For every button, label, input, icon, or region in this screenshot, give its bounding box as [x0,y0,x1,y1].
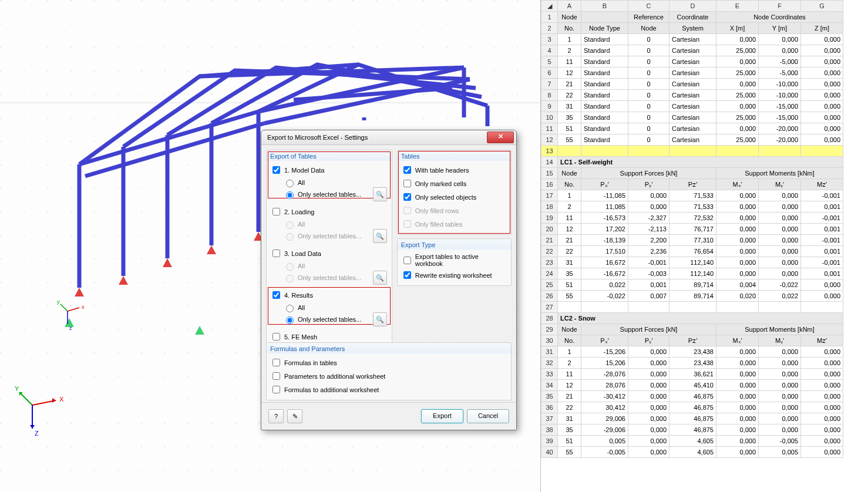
cell[interactable]: 0,022 [759,291,801,302]
cell[interactable]: 0,000 [759,34,801,45]
chk-rewrite[interactable] [403,271,411,279]
row-header[interactable]: 27 [541,302,558,313]
cell[interactable]: 0,000 [759,413,801,424]
cell[interactable]: Standard [581,68,628,79]
cell[interactable]: 0,000 [759,358,801,369]
row-header[interactable]: 15 [541,168,558,179]
cell[interactable]: 0,000 [628,391,669,402]
cell[interactable]: 0,000 [716,391,759,402]
cell[interactable]: 16,672 [581,257,628,268]
cell[interactable]: 0,000 [716,201,759,213]
cell[interactable]: No. [558,335,581,346]
btn-model-browse[interactable]: 🔍 [373,187,387,201]
cell[interactable]: 22 [558,90,581,101]
cell[interactable]: 45,410 [669,380,716,391]
cell[interactable]: -0,005 [759,436,801,447]
cell[interactable]: 29,006 [581,413,628,424]
cell[interactable]: 0 [628,112,669,123]
cell[interactable]: 2 [558,201,581,213]
cell[interactable]: -0,005 [581,447,628,458]
cell[interactable]: 0,004 [716,279,759,291]
cell[interactable]: Pᴢ′ [669,179,716,190]
cell[interactable] [558,302,581,313]
cell[interactable]: 55 [558,134,581,146]
cell[interactable]: Pᵧ′ [628,179,669,190]
cell[interactable]: Z [m] [801,23,843,34]
cell[interactable]: -0,022 [759,279,801,291]
export-button[interactable]: Export [421,409,463,423]
cell[interactable]: 31 [558,101,581,112]
cell[interactable]: 25,000 [716,68,759,79]
row-header[interactable]: 25 [541,279,558,291]
cell[interactable] [628,302,669,313]
cell[interactable]: 0,000 [801,369,843,380]
cell[interactable]: 0,000 [628,201,669,213]
cell[interactable]: 0,000 [716,190,759,201]
cell[interactable]: 11 [558,56,581,68]
cell[interactable] [801,146,843,157]
cell[interactable]: 23,438 [669,358,716,369]
btn-results-browse[interactable]: 🔍 [373,312,387,326]
cell[interactable]: 72,532 [669,213,716,224]
cell[interactable]: Cartesian [669,134,716,146]
cell[interactable]: Support Forces [kN] [581,324,716,335]
cell[interactable]: Standard [581,134,628,146]
cell[interactable]: 0,000 [716,34,759,45]
cell[interactable]: 0,001 [801,268,843,279]
cell[interactable]: 0,000 [759,424,801,436]
cell[interactable]: 0,000 [716,79,759,90]
cell[interactable]: 0,001 [801,246,843,257]
cell[interactable] [669,302,716,313]
cell[interactable]: Cartesian [669,112,716,123]
cell[interactable]: 0 [628,101,669,112]
cell[interactable]: 23,438 [669,346,716,358]
cell[interactable]: Pₓ′ [581,179,628,190]
row-header[interactable]: 28 [541,313,558,324]
cell[interactable]: 0,000 [801,45,843,56]
cell[interactable]: 0,000 [716,213,759,224]
cell[interactable]: Mₓ′ [716,335,759,346]
cell[interactable]: 76,654 [669,246,716,257]
chk-only-marked[interactable] [403,180,411,187]
cell[interactable]: 71,533 [669,201,716,213]
row-header[interactable]: 23 [541,257,558,268]
cell[interactable]: 77,310 [669,235,716,246]
cell[interactable]: 0,000 [716,246,759,257]
cell[interactable]: 0,000 [759,402,801,413]
cell[interactable]: 112,140 [669,268,716,279]
cell[interactable]: -29,006 [581,424,628,436]
cell[interactable]: Standard [581,45,628,56]
cell[interactable]: 0,000 [716,101,759,112]
col-header[interactable]: B [581,1,628,12]
cell[interactable]: 17,202 [581,224,628,235]
cell[interactable]: 0,000 [759,268,801,279]
cell[interactable]: Pᴢ′ [669,335,716,346]
cell[interactable]: Cartesian [669,123,716,134]
cell[interactable]: 0,000 [801,56,843,68]
cell[interactable]: Reference [628,12,669,23]
cell[interactable]: 0,000 [801,413,843,424]
cell[interactable]: -0,001 [628,257,669,268]
cell[interactable]: Standard [581,34,628,45]
cell[interactable]: -2,327 [628,213,669,224]
cell[interactable]: 0,000 [759,190,801,201]
cell[interactable]: 46,875 [669,413,716,424]
cell[interactable]: 0,000 [801,112,843,123]
help-button[interactable]: ? [268,409,284,423]
btn-loaddata-browse[interactable]: 🔍 [373,271,387,285]
cell[interactable]: Mᴢ′ [801,335,843,346]
cell[interactable]: 0,000 [759,213,801,224]
cell[interactable]: 25,000 [716,112,759,123]
cell[interactable]: 35 [558,268,581,279]
cell[interactable]: 12 [558,224,581,235]
cell[interactable]: 0,000 [801,447,843,458]
row-header[interactable]: 8 [541,90,558,101]
cell[interactable]: Cartesian [669,90,716,101]
cell[interactable]: -0,001 [801,235,843,246]
cell[interactable]: Cartesian [669,45,716,56]
row-header[interactable]: 36 [541,402,558,413]
cell[interactable]: System [669,23,716,34]
cell[interactable]: 0 [628,56,669,68]
cell[interactable]: 4,605 [669,447,716,458]
cell[interactable]: -15,000 [759,112,801,123]
